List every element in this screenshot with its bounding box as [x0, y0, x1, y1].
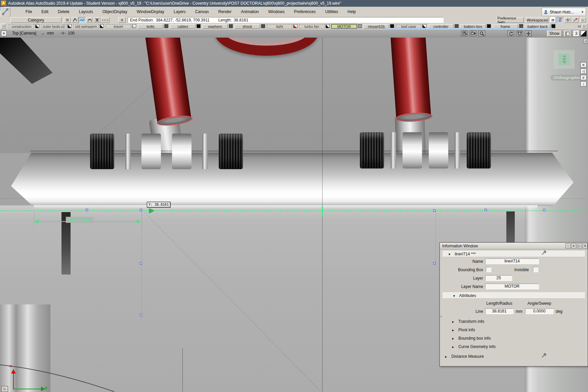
- cv-handle[interactable]: [86, 209, 88, 211]
- attributes-section-header[interactable]: ▼ Attributes: [443, 292, 585, 299]
- look-through-camera-icon[interactable]: [470, 31, 476, 36]
- layer-scroll-left-icon[interactable]: ◁: [1, 23, 6, 29]
- menu-canvas[interactable]: Canvas: [191, 9, 214, 14]
- object-section-header[interactable]: ▼ line#714 ***: [443, 251, 585, 257]
- layer-tab-old-swingarm[interactable]: old swingarm: [73, 24, 99, 29]
- viewport-corner-resize-icon[interactable]: ◿: [583, 39, 588, 43]
- layer-swatch-turbo-fan[interactable]: [326, 24, 330, 28]
- menu-help[interactable]: Help: [343, 9, 361, 14]
- menu-windows[interactable]: Windows: [263, 9, 289, 14]
- cv-handle[interactable]: [485, 209, 487, 211]
- length-field[interactable]: 38.8161: [485, 308, 513, 314]
- section-transform-info[interactable]: ► Transform info: [452, 319, 484, 324]
- layer-swatch-bolts[interactable]: [164, 24, 168, 28]
- layer-swatch-construction[interactable]: [35, 24, 39, 28]
- window-expand-icon[interactable]: ▷: [577, 243, 582, 248]
- menu-layouts[interactable]: Layouts: [74, 9, 98, 14]
- layer-name-field[interactable]: MOTOR: [485, 284, 539, 289]
- panel-collapse-icon[interactable]: ◁: [580, 68, 587, 74]
- null-constraint-icon[interactable]: ⊘: [64, 17, 71, 23]
- panel-close-icon[interactable]: ✕: [580, 62, 587, 67]
- curve-tangent-icon[interactable]: [86, 17, 93, 23]
- grid-snap-tool-icon[interactable]: [564, 17, 571, 23]
- layer-swatch-shock[interactable]: [261, 24, 265, 28]
- cv-handle[interactable]: [140, 314, 142, 316]
- panel-resize-icon[interactable]: ↕: [580, 81, 587, 87]
- snap-point-icon[interactable]: [93, 17, 100, 23]
- cv-handle[interactable]: [433, 209, 435, 212]
- window-menu-icon[interactable]: ≡: [571, 243, 576, 248]
- layer-tab-motor[interactable]: MOTOR: [331, 24, 357, 29]
- section-bounding-box-info[interactable]: ► Bounding box info: [452, 336, 491, 341]
- viewport-close-icon[interactable]: ✕: [1, 31, 7, 36]
- layer-tab-construction[interactable]: construction: [9, 24, 34, 29]
- window-close-icon[interactable]: ✕: [583, 243, 588, 248]
- user-account-button[interactable]: Shaun Hutc... ▼: [542, 8, 586, 16]
- cv-handle[interactable]: [543, 209, 545, 211]
- menu-animation[interactable]: Animation: [236, 9, 263, 14]
- expand-triangle-icon[interactable]: ►: [452, 345, 455, 349]
- menu-delete[interactable]: Delete: [53, 9, 74, 14]
- viewport-corner-resize-icon[interactable]: ◺: [1, 386, 8, 392]
- information-window-titlebar[interactable]: Information Window ↕ ≡ ▷ ✕: [440, 243, 588, 249]
- polyline-mode-icon[interactable]: [71, 17, 78, 23]
- bounding-box-checkbox[interactable]: [486, 267, 491, 272]
- layer-tab-turbo-fan[interactable]: turbo fan: [299, 24, 325, 29]
- prompt-list-icon[interactable]: ≡: [118, 17, 126, 23]
- axle-bracket-left[interactable]: [90, 134, 243, 169]
- collapse-triangle-icon[interactable]: ▼: [448, 253, 451, 256]
- cv-handle[interactable]: [433, 262, 435, 264]
- show-menu-button[interactable]: Show: [547, 31, 562, 37]
- section-curve-geometry-info[interactable]: ► Curve Geometry info: [452, 344, 496, 349]
- expand-triangle-icon[interactable]: ►: [452, 320, 455, 324]
- window-edge-grip[interactable]: ≡: [440, 316, 442, 321]
- layer-tab-cables[interactable]: cables: [170, 24, 196, 29]
- expand-triangle-icon[interactable]: ►: [452, 329, 455, 332]
- cv-handle[interactable]: [140, 209, 142, 211]
- shade-toggle-icon[interactable]: [581, 31, 587, 37]
- twist-view-icon[interactable]: [507, 31, 514, 36]
- workspaces-button[interactable]: Workspaces: [526, 17, 548, 23]
- layer-tab-shock[interactable]: shock: [235, 24, 260, 29]
- layer-tab-bolts[interactable]: bolts: [138, 24, 163, 29]
- layer-swatch-motor[interactable]: [358, 24, 362, 28]
- pin-icon[interactable]: [541, 353, 547, 358]
- layer-swatch-old-swingarm[interactable]: [100, 24, 104, 28]
- expand-triangle-icon[interactable]: ►: [445, 355, 448, 358]
- menu-file[interactable]: File: [21, 9, 37, 14]
- ruler-toggle-icon[interactable]: [564, 31, 571, 37]
- view-cube-top-face[interactable]: TOP: [558, 54, 570, 65]
- layer-swatch-light[interactable]: [293, 24, 297, 28]
- shelf-expand-arrow-icon[interactable]: ▷: [580, 17, 586, 23]
- layer-swatch-washers[interactable]: [229, 24, 233, 28]
- viewport-view-label[interactable]: Top [Camera]: [12, 31, 36, 36]
- pick-ray-tool-icon[interactable]: [572, 17, 579, 23]
- camera-view-icon[interactable]: [461, 31, 468, 36]
- pin-icon[interactable]: [541, 250, 547, 255]
- section-distance-measure[interactable]: ► Distance Measure: [445, 354, 484, 359]
- layer-swatch-cables[interactable]: [197, 24, 201, 28]
- category-dropdown[interactable]: Category: [10, 17, 61, 23]
- preference-sets-button[interactable]: Preference Sets: [497, 17, 524, 23]
- menu-utilities[interactable]: Utilities: [321, 9, 343, 14]
- red-tube-right[interactable]: [390, 38, 431, 120]
- invisible-checkbox[interactable]: [533, 267, 538, 272]
- menu-objectdisplay[interactable]: ObjectDisplay: [98, 9, 132, 14]
- layer-tab-travel[interactable]: travel: [106, 24, 131, 29]
- window-resize-icon[interactable]: ↕: [565, 243, 571, 248]
- expand-triangle-icon[interactable]: ►: [452, 337, 455, 340]
- construction-history-icon[interactable]: [557, 17, 564, 23]
- cv-display-icon[interactable]: ∘∘∘: [101, 17, 110, 23]
- layer-tab-washers[interactable]: washers: [202, 24, 228, 29]
- layer-scroll-right-icon[interactable]: ▷: [582, 23, 587, 29]
- layer-tab-nissan52b[interactable]: nissan52b: [364, 24, 389, 29]
- view-cube[interactable]: TOP: [554, 50, 575, 69]
- menu-layers[interactable]: Layers: [169, 9, 191, 14]
- history-toggle-icon[interactable]: H: [550, 17, 556, 23]
- panel-menu-icon[interactable]: ≡: [580, 75, 587, 80]
- orbit-view-icon[interactable]: [516, 31, 523, 36]
- angle-field[interactable]: 0.0000: [525, 308, 553, 314]
- layer-swatch-outer-body-v2[interactable]: [68, 24, 72, 28]
- pane-number-box[interactable]: 3: [573, 31, 579, 37]
- zoom-lens-icon[interactable]: [478, 31, 485, 36]
